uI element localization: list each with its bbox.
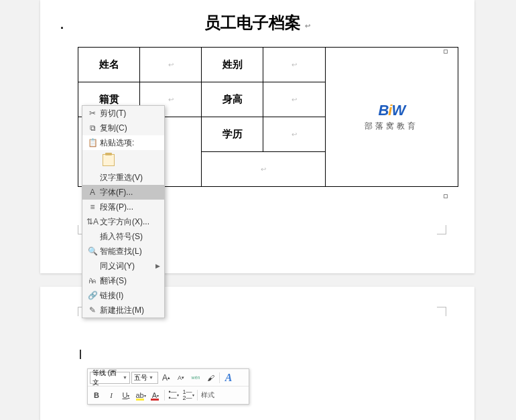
font-size-select[interactable]: 五号▼: [131, 372, 158, 384]
page-corner: [437, 307, 446, 316]
menu-paste-option[interactable]: [82, 150, 164, 170]
menu-smart-lookup[interactable]: 🔍 智能查找(L): [82, 244, 164, 259]
font-name-select[interactable]: 等线 (西文▼: [90, 372, 130, 384]
menu-paragraph[interactable]: ≡ 段落(P)...: [82, 200, 164, 214]
text-caret: [80, 350, 81, 359]
styles-button[interactable]: A: [222, 371, 235, 384]
cell-name-value[interactable]: ↩: [140, 48, 202, 82]
number-list-button[interactable]: 1—2—▾: [182, 389, 195, 402]
paragraph-icon: ≡: [85, 202, 100, 212]
menu-synonyms[interactable]: 同义词(Y) ▶: [82, 259, 164, 273]
copy-icon: ⧉: [85, 123, 100, 133]
menu-font[interactable]: A 字体(F)...: [82, 185, 164, 200]
cell-edu-label[interactable]: 学历: [202, 117, 263, 152]
logo-brand: BiW: [326, 102, 457, 119]
grow-font-button[interactable]: A▴: [159, 371, 173, 384]
clipboard-icon: 📋: [85, 138, 100, 147]
page-corner: [437, 225, 446, 234]
cell-edu-value[interactable]: ↩: [263, 117, 325, 152]
bullet: ·: [60, 21, 64, 36]
context-menu: ✂ 剪切(T) ⧉ 复制(C) 📋 粘贴选项: 汉字重选(V) A 字体(F).…: [82, 105, 165, 318]
shrink-font-button[interactable]: A▾: [174, 371, 188, 384]
format-painter-button[interactable]: 🖌: [204, 371, 217, 384]
menu-hanzi-reselect[interactable]: 汉字重选(V): [82, 170, 164, 185]
bullet-list-button[interactable]: •—•—▾: [167, 389, 180, 402]
chevron-right-icon: ▶: [155, 263, 160, 269]
cell-logo[interactable]: BiW 部落窝教育: [325, 48, 458, 187]
cell-bottom[interactable]: ↩: [202, 152, 325, 187]
scissors-icon: ✂: [85, 109, 100, 118]
mini-toolbar: 等线 (西文▼ 五号▼ A▴ A▾ wén 🖌 A B I U▾ ab▾ A▾ …: [87, 368, 249, 405]
bold-button[interactable]: B: [90, 389, 103, 402]
menu-paste-options-label: 📋 粘贴选项:: [82, 135, 164, 150]
menu-copy[interactable]: ⧉ 复制(C): [82, 121, 164, 135]
search-icon: 🔍: [85, 247, 100, 256]
highlight-button[interactable]: ab▾: [134, 389, 147, 402]
menu-translate[interactable]: 🗛 翻译(S): [82, 273, 164, 288]
font-color-button[interactable]: A▾: [149, 389, 162, 402]
menu-text-direction[interactable]: ⇅A 文字方向(X)...: [82, 214, 164, 229]
styles-label[interactable]: 样式: [201, 391, 214, 400]
logo-subtitle: 部落窝教育: [326, 121, 457, 132]
document-title[interactable]: 员工电子档案: [40, 0, 474, 47]
cell-height-value[interactable]: ↩: [263, 82, 325, 117]
cell-name-label[interactable]: 姓名: [78, 48, 140, 82]
font-icon: A: [85, 188, 100, 197]
italic-button[interactable]: I: [105, 389, 118, 402]
brush-icon: 🖌: [207, 374, 214, 382]
menu-cut[interactable]: ✂ 剪切(T): [82, 106, 164, 121]
cell-gender-label[interactable]: 姓别: [202, 48, 263, 82]
cell-gender-value[interactable]: ↩: [263, 48, 325, 82]
phonetic-guide-button[interactable]: wén: [189, 371, 202, 384]
paste-keep-source-icon: [103, 154, 115, 166]
text-direction-icon: ⇅A: [85, 217, 100, 226]
menu-new-comment[interactable]: ✎ 新建批注(M): [82, 303, 164, 318]
menu-link[interactable]: 🔗 链接(I): [82, 288, 164, 303]
comment-icon: ✎: [85, 305, 100, 315]
translate-icon: 🗛: [85, 276, 100, 285]
table-handle[interactable]: [444, 194, 448, 198]
menu-insert-symbol[interactable]: 插入符号(S): [82, 229, 164, 244]
link-icon: 🔗: [85, 291, 100, 300]
cell-height-label[interactable]: 身高: [202, 82, 263, 117]
table-handle[interactable]: [444, 50, 448, 54]
underline-button[interactable]: U▾: [119, 389, 133, 402]
